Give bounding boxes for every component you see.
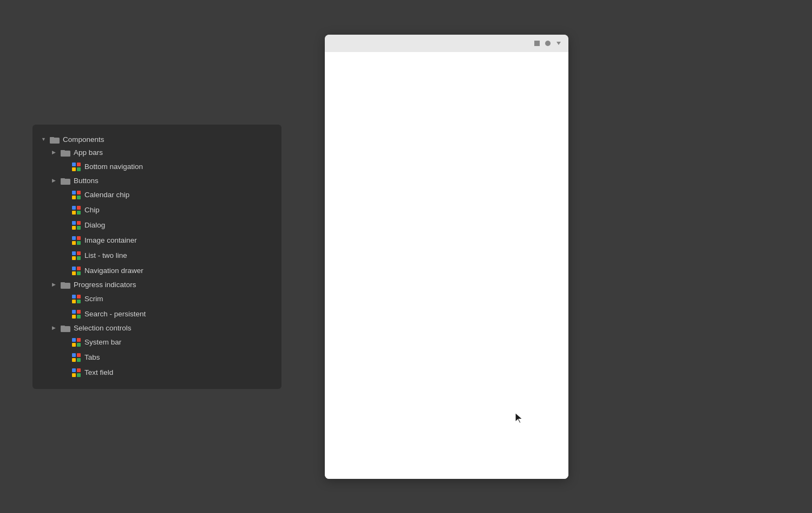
svg-rect-26: [72, 251, 76, 255]
svg-rect-37: [77, 295, 81, 298]
tree-item-chip[interactable]: Chip: [39, 203, 275, 218]
tree-item-app-bars[interactable]: ▶ App bars: [39, 146, 275, 159]
tree-item-calendar-chip[interactable]: Calendar chip: [39, 187, 275, 203]
svg-rect-35: [61, 282, 65, 284]
svg-rect-48: [72, 343, 76, 347]
tree-root-label: Components: [63, 136, 104, 144]
svg-rect-6: [72, 167, 76, 171]
svg-rect-12: [72, 196, 76, 199]
circle-icon[interactable]: [545, 40, 551, 47]
dropdown-icon[interactable]: [555, 40, 562, 47]
svg-marker-60: [556, 42, 561, 45]
svg-rect-56: [72, 373, 76, 377]
svg-rect-28: [72, 256, 76, 260]
tree-item-label: Chip: [84, 206, 100, 214]
component-icon: [71, 220, 81, 230]
arrow-right-icon: ▶: [52, 282, 57, 288]
svg-rect-30: [72, 267, 76, 270]
component-icon: [71, 236, 81, 245]
svg-rect-36: [72, 295, 76, 298]
tree-item-progress-indicators[interactable]: ▶ Progress indicators: [39, 278, 275, 291]
tree-item-label: Calendar chip: [84, 191, 129, 199]
preview-toolbar: [325, 35, 568, 52]
tree-item-bottom-navigation[interactable]: Bottom navigation: [39, 159, 275, 174]
component-icon: [71, 294, 81, 304]
svg-rect-18: [72, 221, 76, 225]
tree-items-container: ▶ App bars Bottom navigation▶ Buttons Ca…: [39, 146, 275, 380]
svg-rect-38: [72, 300, 76, 303]
tree-item-label: Progress indicators: [74, 281, 136, 289]
svg-rect-40: [72, 310, 76, 314]
svg-rect-16: [72, 211, 76, 215]
tree-item-label: Dialog: [84, 222, 105, 229]
svg-rect-53: [77, 358, 81, 362]
svg-rect-29: [77, 256, 81, 260]
tree-item-navigation-drawer[interactable]: Navigation drawer: [39, 263, 275, 278]
tree-item-label: List - two line: [84, 252, 127, 259]
tree-root[interactable]: ▼ Components: [39, 133, 275, 146]
svg-rect-31: [77, 267, 81, 270]
svg-point-59: [545, 41, 551, 46]
tree-item-label: Selection controls: [74, 324, 132, 332]
component-icon: [71, 205, 81, 215]
svg-rect-15: [77, 206, 81, 210]
tree-item-text-field[interactable]: Text field: [39, 365, 275, 380]
svg-rect-43: [77, 315, 81, 319]
tree-item-label: Search - persistent: [84, 310, 146, 318]
tree-item-buttons[interactable]: ▶ Buttons: [39, 174, 275, 187]
svg-rect-50: [72, 353, 76, 357]
preview-panel: [325, 35, 568, 479]
component-icon: [71, 353, 81, 362]
component-icon: [71, 162, 81, 172]
cursor-icon: [514, 412, 525, 425]
svg-rect-57: [77, 373, 81, 377]
svg-rect-55: [77, 368, 81, 372]
tree-item-scrim[interactable]: Scrim: [39, 291, 275, 307]
svg-rect-1: [50, 137, 54, 139]
svg-rect-19: [77, 221, 81, 225]
svg-rect-41: [77, 310, 81, 314]
tree-item-list-two-line[interactable]: List - two line: [39, 248, 275, 263]
svg-rect-7: [77, 167, 81, 171]
tree-item-image-container[interactable]: Image container: [39, 233, 275, 248]
svg-rect-14: [72, 206, 76, 210]
svg-rect-47: [77, 338, 81, 342]
component-icon: [71, 368, 81, 378]
folder-icon: [61, 281, 70, 289]
tree-item-search-persistent[interactable]: Search - persistent: [39, 307, 275, 322]
svg-rect-24: [72, 241, 76, 245]
svg-rect-4: [72, 163, 76, 166]
svg-rect-21: [77, 226, 81, 230]
svg-rect-20: [72, 226, 76, 230]
tree-item-label: Text field: [84, 369, 113, 376]
svg-rect-10: [72, 191, 76, 194]
tree-item-system-bar[interactable]: System bar: [39, 335, 275, 350]
component-icon: [71, 309, 81, 319]
tree-item-selection-controls[interactable]: ▶ Selection controls: [39, 322, 275, 335]
component-icon: [71, 266, 81, 276]
tree-item-label: Image container: [84, 237, 137, 244]
tree-item-label: System bar: [84, 339, 121, 346]
arrow-right-icon: ▶: [52, 178, 57, 184]
svg-rect-23: [77, 236, 81, 240]
svg-rect-39: [77, 300, 81, 303]
svg-rect-13: [77, 196, 81, 199]
tree-item-label: Scrim: [84, 295, 103, 303]
arrow-right-icon: ▶: [52, 150, 57, 155]
tree-item-label: Tabs: [84, 354, 100, 361]
component-icon: [71, 190, 81, 200]
svg-rect-32: [72, 271, 76, 275]
svg-rect-45: [61, 326, 65, 327]
component-icon: [71, 251, 81, 261]
tree-panel: ▼ Components ▶ App bars Bottom navigatio…: [32, 125, 281, 389]
svg-rect-54: [72, 368, 76, 372]
component-icon: [71, 337, 81, 347]
svg-rect-52: [72, 358, 76, 362]
tree-item-label: Bottom navigation: [84, 163, 143, 171]
svg-rect-58: [534, 41, 540, 46]
svg-rect-25: [77, 241, 81, 245]
svg-rect-22: [72, 236, 76, 240]
tree-item-tabs[interactable]: Tabs: [39, 350, 275, 365]
tree-item-dialog[interactable]: Dialog: [39, 218, 275, 233]
stop-icon[interactable]: [534, 40, 540, 47]
